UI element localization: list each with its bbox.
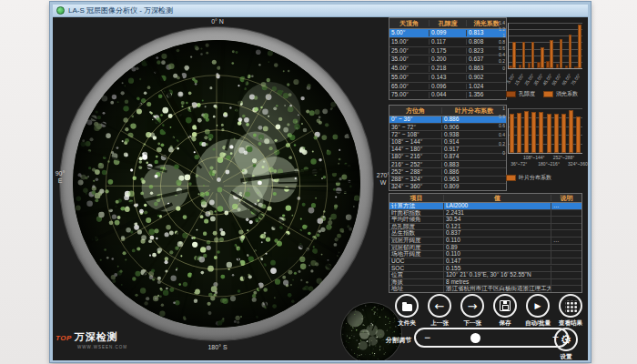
table-row[interactable]: 324° ~ 360°0.809 — [389, 184, 506, 190]
prev-button[interactable]: ← — [428, 294, 451, 318]
compass-east-label: 90° E — [53, 170, 67, 185]
next-button[interactable]: → — [460, 294, 484, 318]
table-row[interactable]: 15.00°0.1170.808 — [389, 38, 506, 47]
cell: 144° ~ 180° — [389, 147, 442, 153]
cell: SOC — [389, 266, 444, 272]
table-row[interactable]: 海拔8 metres — [389, 279, 581, 287]
table-row[interactable]: 场地开阔度0.110 — [389, 251, 581, 258]
bar — [524, 111, 529, 153]
save-button-block: 保存 — [487, 294, 523, 328]
y-axis-tick: 0.8 — [490, 115, 505, 119]
slider-minus-button[interactable]: − — [424, 331, 430, 344]
threshold-slider[interactable]: − + — [414, 328, 569, 348]
table-row[interactable]: 72° ~ 108°0.938 — [389, 131, 506, 138]
table-row[interactable]: 55.00°0.1430.902 — [389, 74, 506, 83]
legend-swatch — [506, 175, 516, 181]
cell: 位置 — [389, 272, 444, 278]
cell: 180° ~ 216° — [389, 154, 442, 160]
table-row[interactable]: 45.00°0.2180.863 — [389, 65, 506, 74]
cell: 海拔 — [389, 279, 444, 286]
table-row[interactable]: 216° ~ 252°0.883 — [389, 161, 506, 168]
header-cell: 天顶角 — [389, 20, 430, 26]
table-row[interactable]: 地址浙江省杭州市江干区白杨街道浙江理工大学行政东路 — [389, 286, 581, 292]
y-axis-tick: 0.2 — [490, 59, 505, 64]
table-row[interactable]: 65.00°0.0961.024 — [389, 83, 506, 92]
cell: 288° ~ 324° — [389, 177, 442, 183]
cell: 丛生指数 — [389, 230, 444, 237]
gear-icon: ⚙ — [561, 333, 572, 346]
table-row[interactable]: 位置120° 21' 0.19"E, 30° 16' 52.55"N — [389, 272, 581, 279]
bar — [547, 114, 551, 153]
slider-label: 分割调节 — [386, 336, 411, 345]
compass-south-label: 180° S — [200, 344, 235, 351]
legend-item: 孔隙度 — [506, 90, 535, 98]
table-row[interactable]: 总孔隙度0.121 — [389, 224, 581, 231]
table-row[interactable]: 冠层开阔度0.110… — [389, 238, 581, 245]
cell: 0.89 — [444, 245, 551, 251]
table-row[interactable]: SOC0.155 — [389, 265, 581, 272]
cell: 0° ~ 36° — [389, 116, 442, 123]
view-results-button[interactable] — [559, 294, 582, 318]
table-row[interactable]: 丛生指数0.837 — [389, 230, 581, 238]
view-results-button-block: 查看结果 — [552, 294, 588, 328]
table-row[interactable]: 25.00°0.1750.823 — [389, 47, 506, 56]
cell: 0.175 — [430, 48, 467, 55]
x-axis-tick: 108°~144° — [523, 156, 545, 160]
titlebar[interactable]: LA-S 冠层图像分析仪 - 万深检测 — [53, 5, 588, 17]
cell: 324° ~ 360° — [389, 184, 442, 190]
cell: 冠层开阔度 — [389, 238, 444, 244]
bar — [539, 112, 543, 153]
table-row[interactable]: 252° ~ 288°0.886 — [389, 168, 506, 176]
cell: 0.200 — [430, 56, 467, 63]
table-row[interactable]: 冠层郁闭度0.89 — [389, 245, 581, 252]
cell: 0.110 — [444, 251, 551, 258]
slider-knob[interactable] — [470, 333, 480, 343]
cell: 0.099 — [430, 30, 467, 36]
table-row[interactable]: 75.00°0.0441.356 — [389, 91, 506, 99]
settings-button-block: ⚙ 设置 — [548, 328, 584, 360]
cell: 总孔隙度 — [389, 224, 444, 230]
table-row[interactable]: UOC0.147 — [389, 258, 581, 266]
grid-dots-icon — [565, 300, 577, 312]
table-row[interactable]: 平均叶倾角30.54 — [389, 217, 581, 224]
toolbar-button-label: 自动/批量 — [520, 319, 556, 328]
legend-label: 叶片分布系数 — [519, 174, 551, 182]
logo-tagline: WWW.WSEEN.COM — [77, 345, 156, 349]
save-button[interactable] — [493, 294, 517, 318]
table-row[interactable]: 36° ~ 72°0.906 — [389, 124, 506, 131]
table-row[interactable]: 288° ~ 324°0.963 — [389, 177, 506, 184]
table-row[interactable]: 180° ~ 216°0.874 — [389, 154, 506, 161]
x-axis-tick: 252°~288° — [553, 156, 575, 160]
bar — [560, 39, 562, 68]
bar — [541, 47, 543, 68]
y-axis-tick: 0.4 — [490, 133, 505, 137]
cell: 0.096 — [430, 84, 467, 90]
table-row[interactable]: 5.00°0.0990.813 — [389, 29, 506, 38]
cell: 5.00° — [389, 30, 430, 36]
auto-batch-button[interactable]: ▶ — [526, 294, 550, 318]
cell: 0.121 — [444, 224, 551, 230]
table-row[interactable]: 144° ~ 180°0.917 — [389, 147, 506, 154]
table-row[interactable]: 108° ~ 144°0.914 — [389, 139, 506, 147]
cell: 108° ~ 144° — [389, 139, 442, 146]
y-axis-tick: 0.6 — [490, 124, 505, 128]
canopy-image[interactable] — [73, 40, 360, 328]
table-row[interactable]: 0° ~ 36°0.886 — [389, 116, 506, 124]
table-row[interactable]: 计算方法LAI2000… — [389, 203, 581, 210]
cell: 75.00° — [389, 92, 430, 98]
result-parameters-table: 项目值说明计算方法LAI2000…叶面积指数2.2431平均叶倾角30.54总孔… — [389, 193, 582, 293]
legend-item: 叶片分布系数 — [506, 174, 551, 182]
folder-button[interactable] — [395, 294, 419, 318]
table-row[interactable]: 35.00°0.2000.637 — [389, 56, 506, 65]
settings-button[interactable]: ⚙ — [554, 328, 578, 351]
compass-north-label: 0° N — [204, 18, 231, 25]
cell: 浙江省杭州市江干区白杨街道浙江理工大学行政东路 — [444, 286, 551, 292]
legend-label: 孔隙度 — [519, 90, 535, 98]
table-row[interactable]: 叶面积指数2.2431 — [389, 210, 581, 217]
cell: 25.00° — [389, 48, 430, 55]
compass-east-letter: E — [53, 177, 67, 185]
arrow-right-icon: → — [468, 300, 478, 312]
y-axis-tick: 1 — [490, 34, 505, 38]
cell: … — [551, 203, 581, 209]
cell: 30.54 — [444, 217, 551, 223]
